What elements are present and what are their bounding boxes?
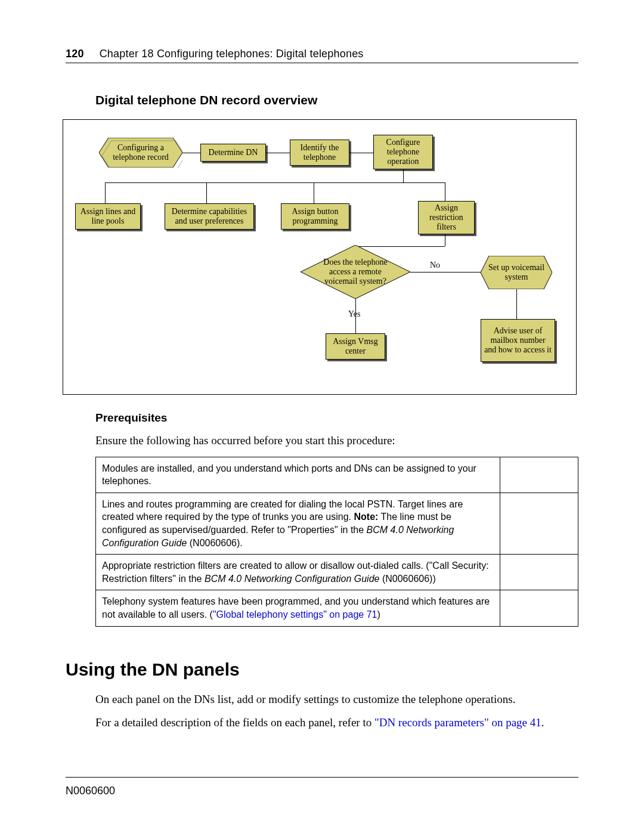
h2-using-dn-panels: Using the DN panels	[66, 659, 578, 680]
link-dn-records-params[interactable]: "DN records parameters" on page 41	[374, 716, 541, 729]
doc-id: N0060600	[66, 785, 115, 797]
node-button: Assign button programming	[281, 203, 349, 230]
node-capabilities: Determine capabilities and user preferen…	[165, 203, 254, 230]
prereq-heading: Prerequisites	[95, 411, 578, 425]
table-row: Appropriate restriction filters are crea…	[96, 555, 578, 590]
node-determine-dn: Determine DN	[200, 144, 266, 162]
node-vmsg-center: Assign Vmsg center	[326, 333, 385, 360]
node-configuring: Configuring a telephone record	[99, 138, 182, 168]
chapter-title: Chapter 18 Configuring telephones: Digit…	[100, 48, 364, 60]
body-p1: On each panel on the DNs list, add or mo…	[95, 692, 578, 707]
node-restriction: Assign restriction filters	[418, 201, 475, 234]
node-setup-vm: Set up voicemail system	[481, 256, 552, 289]
node-config-op: Configure telephone operation	[373, 135, 433, 169]
edge-no: No	[430, 261, 440, 270]
table-row: Telephony system features have been prog…	[96, 590, 578, 626]
link-global-telephony[interactable]: "Global telephony settings" on page 71	[213, 609, 377, 620]
table-row: Lines and routes programming are created…	[96, 493, 578, 554]
page-number: 120	[66, 48, 84, 60]
node-identify: Identify the telephone	[290, 140, 349, 166]
prereq-table: Modules are installed, and you understan…	[95, 457, 578, 627]
prereq-intro: Ensure the following has occurred before…	[95, 433, 578, 448]
flowchart: Configuring a telephone record Determine…	[63, 119, 577, 395]
page-header: 120 Chapter 18 Configuring telephones: D…	[66, 48, 578, 63]
table-row: Modules are installed, and you understan…	[96, 457, 578, 493]
page-footer: N0060600	[66, 777, 578, 797]
node-advise: Advise user of mailbox number and how to…	[481, 319, 555, 362]
node-decision: Does the telephone access a remote voice…	[301, 245, 410, 299]
node-assign-lines: Assign lines and line pools	[75, 203, 141, 230]
section-title: Digital telephone DN record overview	[95, 93, 578, 107]
edge-yes: Yes	[348, 309, 360, 319]
body-p2: For a detailed description of the fields…	[95, 715, 578, 730]
